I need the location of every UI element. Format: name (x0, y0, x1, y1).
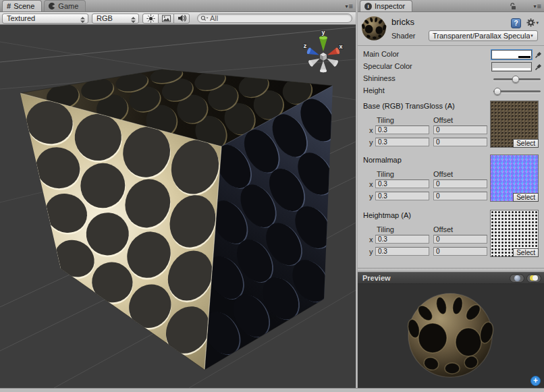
offset-y-input[interactable] (433, 192, 487, 200)
context-menu-button[interactable]: ▾ (526, 18, 539, 27)
tiling-y-input[interactable] (375, 192, 429, 200)
slider-handle[interactable] (493, 88, 501, 95)
inspector-tabbar: i Inspector ▾ ≡ (358, 0, 544, 12)
select-texture-button[interactable]: Select (513, 193, 539, 202)
tiling-y-input[interactable] (375, 138, 429, 146)
main-color-swatch[interactable] (491, 50, 532, 59)
offset-x-input[interactable] (433, 125, 487, 134)
info-icon: i (364, 3, 372, 10)
scene-panel: # Scene Game ▾ ≡ Textured (0, 0, 356, 388)
tiling-x-input[interactable] (375, 125, 429, 134)
gizmo-x-label: x (339, 43, 342, 50)
tiling-header: Tiling (377, 170, 394, 178)
scene-view-toggles (142, 13, 190, 24)
y-axis-label: y (369, 192, 373, 200)
material-header: bricks Shader Transparent/Parallax Specu… (358, 12, 544, 46)
preview-title: Preview (362, 274, 508, 282)
updown-arrows-icon (131, 16, 136, 24)
gizmo-center-cube (320, 53, 327, 61)
audio-toggle-button[interactable] (173, 13, 190, 24)
preview-area[interactable]: + (358, 284, 544, 388)
chevron-down-icon: ▾ (534, 3, 537, 9)
gear-icon (526, 18, 535, 27)
sun-icon (146, 14, 155, 23)
chevron-down-icon: ▾ (536, 20, 539, 26)
light-off-icon (533, 275, 538, 281)
eyedropper-icon[interactable] (535, 63, 543, 71)
scene-panel-menu[interactable]: ▾ ≡ (346, 2, 353, 10)
sphere-icon (514, 275, 520, 281)
unity-editor-window: # Scene Game ▾ ≡ Textured (0, 0, 544, 392)
lock-icon[interactable] (510, 3, 517, 11)
texture-section-base: Base (RGB) TransGloss (A) Tiling Offset … (358, 101, 544, 148)
select-texture-button[interactable]: Select (513, 139, 539, 148)
shader-dropdown[interactable]: Transparent/Parallax Specular ▼ (429, 30, 538, 41)
offset-header: Offset (433, 116, 453, 124)
gizmo-z-axis[interactable] (306, 47, 321, 58)
texture-slot-title: Normalmap (363, 156, 402, 164)
eyedropper-icon[interactable] (535, 51, 543, 59)
shader-value: Transparent/Parallax Specular (433, 32, 530, 40)
inspector-panel-menu[interactable]: ▾ ≡ (534, 2, 541, 10)
gizmo-z-label: z (304, 43, 307, 49)
offset-y-input[interactable] (433, 138, 487, 146)
help-button[interactable]: ? (511, 18, 521, 28)
specular-color-row: Specular Color (358, 61, 544, 73)
menu-lines-icon: ≡ (349, 2, 353, 10)
tiling-y-input[interactable] (375, 247, 429, 256)
offset-header: Offset (433, 225, 453, 233)
offset-header: Offset (433, 170, 453, 178)
height-slider[interactable] (493, 85, 541, 97)
chevron-down-icon: ▼ (530, 34, 534, 38)
tab-inspector[interactable]: i Inspector (360, 0, 412, 11)
lighting-toggle-button[interactable] (142, 13, 159, 24)
offset-y-input[interactable] (433, 247, 487, 256)
shininess-slider[interactable] (493, 73, 541, 85)
alpha-strip (493, 68, 531, 70)
texture-slot-title: Heightmap (A) (363, 211, 411, 219)
scene-tabbar: # Scene Game ▾ ≡ (0, 0, 356, 12)
shininess-row: Shininess (358, 73, 544, 85)
shininess-label: Shininess (363, 74, 396, 82)
render-channel-dropdown[interactable]: RGB (92, 13, 139, 24)
material-preview-sphere[interactable] (400, 285, 501, 386)
updown-arrows-icon (80, 16, 85, 24)
tiling-header: Tiling (377, 225, 394, 233)
tab-game[interactable]: Game (44, 0, 86, 11)
texture-section-normalmap: Normalmap Tiling Offset x y Select (358, 155, 544, 202)
x-axis-label: x (369, 180, 373, 188)
orientation-gizmo[interactable]: y x z (304, 29, 343, 72)
search-input[interactable] (209, 14, 348, 22)
texture-thumbnail[interactable]: Select (490, 101, 539, 148)
tiling-x-input[interactable] (375, 235, 429, 244)
cube-mesh[interactable] (20, 64, 343, 370)
texture-thumbnail[interactable]: Select (490, 155, 539, 202)
texture-thumbnail[interactable]: Select (490, 210, 539, 257)
scene-viewport[interactable]: y x z (0, 25, 356, 388)
gizmo-x-axis[interactable] (326, 47, 340, 58)
alpha-strip (493, 56, 531, 58)
tiling-x-input[interactable] (375, 179, 429, 188)
tab-scene[interactable]: # Scene (2, 0, 42, 11)
offset-x-input[interactable] (433, 235, 487, 244)
gizmo-y-label: y (321, 29, 325, 36)
skybox-toggle-button[interactable] (158, 13, 174, 24)
slider-handle[interactable] (512, 76, 519, 83)
menu-lines-icon: ≡ (537, 2, 541, 10)
preview-header: Preview (358, 273, 544, 284)
texture-section-heightmap: Heightmap (A) Tiling Offset x y Select (358, 210, 544, 258)
grid-icon: # (7, 3, 11, 9)
specular-color-swatch[interactable] (491, 62, 532, 72)
speaker-icon (178, 14, 186, 22)
offset-x-input[interactable] (433, 179, 487, 188)
window-resize-strip[interactable] (0, 388, 544, 392)
height-row: Height (358, 85, 544, 97)
add-button[interactable]: + (531, 376, 541, 386)
select-texture-button[interactable]: Select (513, 248, 539, 257)
preview-splitter[interactable] (358, 268, 544, 273)
gizmo-y-axis[interactable] (319, 36, 327, 51)
draw-mode-dropdown[interactable]: Textured (2, 13, 88, 24)
preview-shape-button[interactable] (510, 274, 524, 283)
preview-lighting-button[interactable] (526, 274, 541, 283)
scene-search-field[interactable] (197, 13, 352, 23)
